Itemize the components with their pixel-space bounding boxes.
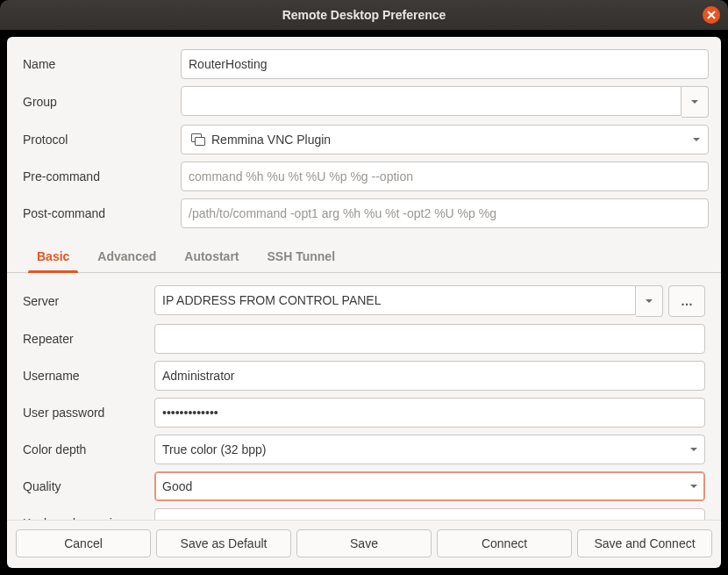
repeater-input[interactable]: [154, 324, 705, 354]
connect-button[interactable]: Connect: [437, 529, 572, 557]
userpassword-label: User password: [23, 406, 154, 420]
protocol-label: Protocol: [19, 133, 181, 147]
username-label: Username: [23, 369, 154, 383]
quality-label: Quality: [23, 479, 154, 493]
tab-autostart[interactable]: Autostart: [170, 241, 253, 272]
colordepth-label: Color depth: [23, 442, 154, 456]
colordepth-select[interactable]: True color (32 bpp): [154, 435, 705, 464]
quality-select[interactable]: Good: [154, 471, 705, 501]
protocol-value: Remmina VNC Plugin: [208, 133, 701, 147]
vnc-plugin-icon: [189, 133, 208, 146]
name-label: Name: [19, 57, 181, 71]
server-input[interactable]: [154, 285, 636, 315]
protocol-select[interactable]: Remmina VNC Plugin: [181, 125, 709, 155]
userpassword-input[interactable]: [154, 398, 705, 428]
repeater-label: Repeater: [23, 332, 154, 346]
server-dropdown-button[interactable]: [636, 285, 663, 317]
group-label: Group: [19, 95, 181, 109]
window: Remote Desktop Preference Name Group: [0, 0, 728, 575]
close-icon: [707, 11, 716, 19]
cancel-button[interactable]: Cancel: [16, 529, 151, 557]
username-input[interactable]: [154, 361, 705, 391]
tab-basic[interactable]: Basic: [23, 241, 83, 272]
server-browse-button[interactable]: …: [668, 285, 705, 317]
tab-panel-basic: Server … Repeater Username: [7, 273, 721, 520]
tab-ssh-tunnel[interactable]: SSH Tunnel: [253, 241, 350, 272]
save-button[interactable]: Save: [296, 529, 432, 557]
button-bar: Cancel Save as Default Save Connect Save…: [7, 520, 721, 568]
chevron-down-icon: [645, 294, 653, 308]
precommand-label: Pre-command: [19, 169, 181, 183]
keyboardmapping-select[interactable]: [154, 508, 705, 520]
group-input[interactable]: [181, 86, 682, 116]
titlebar: Remote Desktop Preference: [0, 0, 728, 30]
precommand-input[interactable]: [181, 162, 709, 191]
save-and-connect-button[interactable]: Save and Connect: [577, 529, 712, 557]
general-section: Name Group Protocol Remmina VNC Plug: [7, 37, 721, 241]
save-default-button[interactable]: Save as Default: [156, 529, 291, 557]
window-title: Remote Desktop Preference: [282, 8, 446, 22]
group-dropdown-button[interactable]: [682, 86, 709, 118]
name-input[interactable]: [181, 49, 709, 79]
chevron-down-icon: [690, 95, 699, 109]
dialog-body: Name Group Protocol Remmina VNC Plug: [7, 37, 721, 568]
tab-advanced[interactable]: Advanced: [83, 241, 170, 272]
close-button[interactable]: [703, 6, 720, 24]
postcommand-input[interactable]: [181, 198, 709, 228]
postcommand-label: Post-command: [19, 206, 181, 220]
tab-bar: Basic Advanced Autostart SSH Tunnel: [7, 241, 721, 273]
server-label: Server: [23, 294, 154, 308]
